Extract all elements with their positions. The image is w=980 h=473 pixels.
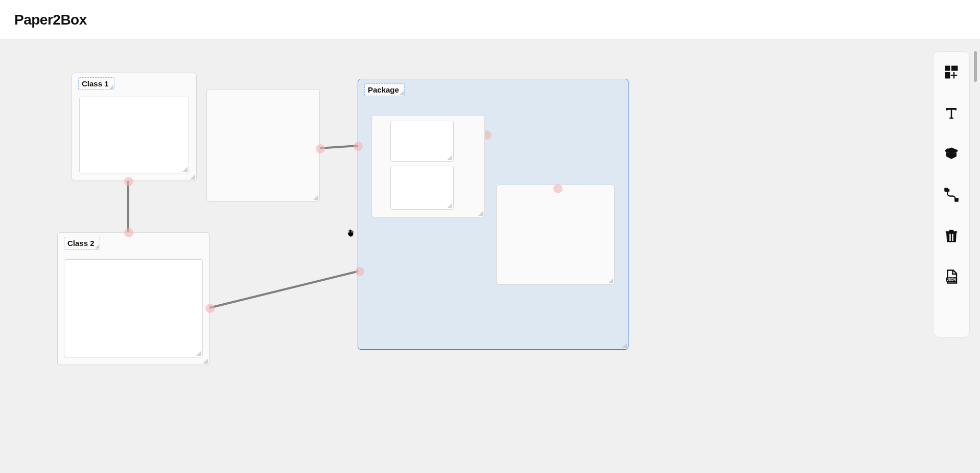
- app-header: Paper2Box: [0, 0, 980, 40]
- resize-grip-icon[interactable]: [313, 195, 318, 200]
- trash-icon: [944, 228, 959, 243]
- class-node-1-body[interactable]: [79, 97, 189, 173]
- connection-port[interactable]: [205, 304, 215, 313]
- resize-grip-icon[interactable]: [447, 203, 452, 208]
- resize-grip-icon[interactable]: [190, 174, 195, 179]
- package-node-title[interactable]: Package: [364, 83, 405, 96]
- resize-grip-icon[interactable]: [608, 278, 613, 283]
- tool-palette: JSON: [933, 51, 970, 337]
- class-node-1[interactable]: Class 1: [72, 73, 197, 181]
- text-tool[interactable]: [942, 104, 961, 122]
- resize-grip-icon[interactable]: [203, 358, 208, 364]
- resize-grip-icon[interactable]: [622, 343, 627, 348]
- widgets-add-icon: [944, 64, 959, 80]
- resize-grip-icon[interactable]: [196, 351, 201, 356]
- package-child-node-1[interactable]: [371, 115, 485, 217]
- cable-icon: [944, 187, 959, 202]
- connector-tool[interactable]: [942, 186, 961, 204]
- svg-rect-1: [951, 66, 958, 71]
- connection-port[interactable]: [316, 144, 325, 153]
- connection-port[interactable]: [124, 228, 133, 237]
- connection-port[interactable]: [355, 267, 364, 276]
- class-node-2[interactable]: Class 2: [57, 232, 209, 365]
- app-title: Paper2Box: [14, 12, 87, 28]
- svg-text:JSON: JSON: [947, 278, 956, 281]
- delete-tool[interactable]: [942, 227, 961, 245]
- class-node-blank[interactable]: [206, 89, 320, 201]
- package-child-1-field-1[interactable]: [390, 121, 454, 162]
- edge-class2-package[interactable]: [209, 271, 359, 308]
- class-node-2-title[interactable]: Class 2: [64, 237, 100, 250]
- open-box-icon: [944, 146, 959, 162]
- text-icon: [944, 105, 959, 121]
- add-widget-tool[interactable]: [942, 63, 961, 81]
- package-child-node-2[interactable]: [496, 185, 615, 285]
- svg-rect-3: [954, 198, 959, 202]
- export-json-tool[interactable]: JSON: [942, 267, 961, 286]
- svg-rect-0: [945, 66, 950, 71]
- class-node-1-title[interactable]: Class 1: [78, 77, 114, 90]
- connection-port[interactable]: [354, 142, 363, 151]
- diagram-canvas[interactable]: Class 1 Class 2 Package: [0, 40, 980, 473]
- svg-rect-2: [945, 72, 950, 79]
- class-node-2-body[interactable]: [64, 259, 203, 357]
- connection-port[interactable]: [124, 177, 133, 186]
- json-file-icon: JSON: [944, 269, 959, 284]
- svg-rect-4: [944, 188, 948, 192]
- package-tool[interactable]: [942, 145, 961, 163]
- resize-grip-icon[interactable]: [182, 167, 188, 172]
- resize-grip-icon[interactable]: [447, 155, 452, 160]
- resize-grip-icon[interactable]: [478, 211, 483, 216]
- package-node[interactable]: Package: [358, 79, 628, 350]
- toolbar-scrollbar[interactable]: [974, 51, 977, 82]
- grab-cursor-icon: [346, 229, 355, 239]
- package-child-1-field-2[interactable]: [390, 166, 454, 210]
- connection-port[interactable]: [553, 184, 563, 193]
